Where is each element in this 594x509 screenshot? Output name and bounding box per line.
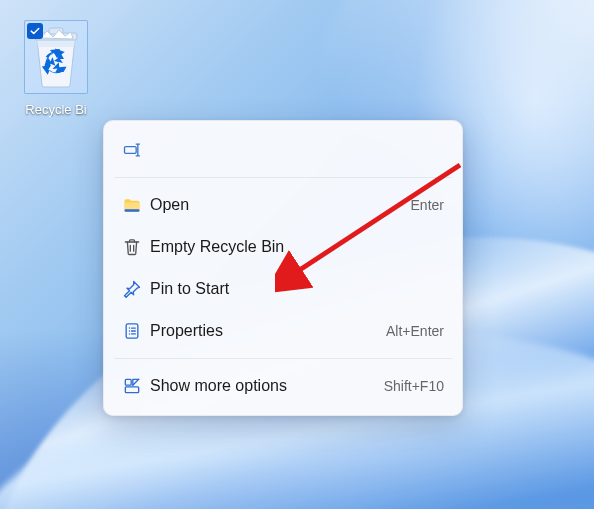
svg-point-5 bbox=[129, 327, 131, 329]
pin-icon bbox=[122, 279, 150, 299]
menu-item-label: Open bbox=[150, 196, 189, 214]
context-menu: Open Enter Empty Recycle Bin Pin to Star… bbox=[103, 120, 463, 416]
menu-item-label: Show more options bbox=[150, 377, 287, 395]
svg-rect-8 bbox=[125, 379, 131, 385]
menu-item-shortcut: Alt+Enter bbox=[386, 323, 444, 339]
icon-selection-tile bbox=[24, 20, 88, 94]
menu-separator bbox=[114, 358, 452, 359]
menu-item-pin-to-start[interactable]: Pin to Start bbox=[110, 268, 456, 310]
menu-separator bbox=[114, 177, 452, 178]
show-more-icon bbox=[122, 376, 150, 396]
folder-icon bbox=[122, 195, 150, 215]
desktop-icon-label: Recycle Bi bbox=[12, 102, 100, 117]
menu-item-label: Pin to Start bbox=[150, 280, 229, 298]
trash-icon bbox=[122, 237, 150, 257]
menu-item-open[interactable]: Open Enter bbox=[110, 184, 456, 226]
properties-icon bbox=[122, 321, 150, 341]
menu-item-shortcut: Shift+F10 bbox=[384, 378, 444, 394]
menu-item-label: Empty Recycle Bin bbox=[150, 238, 284, 256]
svg-rect-9 bbox=[125, 387, 138, 393]
selected-checkmark-icon bbox=[27, 23, 43, 39]
menu-item-empty-recycle-bin[interactable]: Empty Recycle Bin bbox=[110, 226, 456, 268]
rename-icon[interactable] bbox=[122, 140, 150, 160]
context-menu-top-strip bbox=[110, 129, 456, 171]
svg-point-6 bbox=[129, 330, 131, 332]
desktop-icon-recycle-bin[interactable]: Recycle Bi bbox=[12, 20, 100, 117]
menu-item-label: Properties bbox=[150, 322, 223, 340]
svg-rect-3 bbox=[125, 209, 140, 212]
svg-rect-2 bbox=[125, 147, 137, 154]
svg-point-7 bbox=[129, 333, 131, 335]
menu-item-show-more-options[interactable]: Show more options Shift+F10 bbox=[110, 365, 456, 407]
menu-item-shortcut: Enter bbox=[411, 197, 444, 213]
menu-item-properties[interactable]: Properties Alt+Enter bbox=[110, 310, 456, 352]
